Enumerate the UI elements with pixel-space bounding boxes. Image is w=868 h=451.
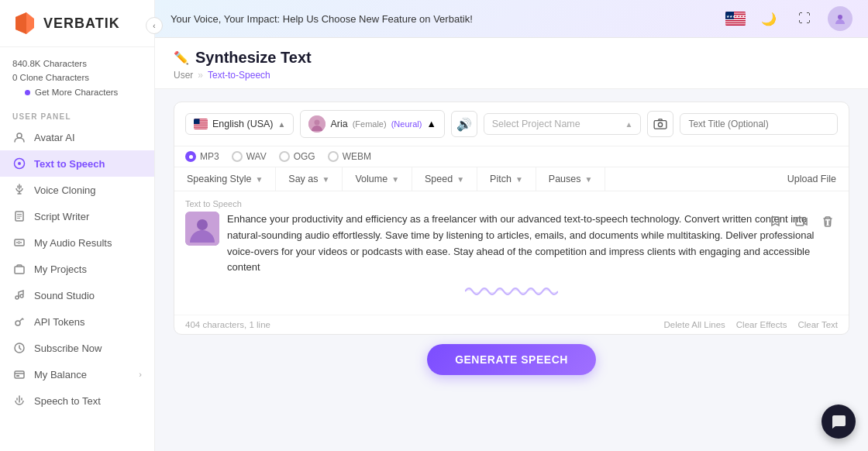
- sidebar-item-label: API Tokens: [34, 316, 85, 328]
- svg-rect-43: [194, 126, 208, 127]
- project-select[interactable]: Select Project Name ▲: [484, 113, 642, 135]
- sidebar-nav: Avatar AI Text to Speech Voice Cloning: [0, 124, 154, 451]
- banner-actions: ★★★★★★★★★ 🌙 ⛶: [725, 6, 852, 31]
- volume-button[interactable]: 🔊: [451, 111, 477, 137]
- voice-avatar: [308, 115, 326, 133]
- app-name: VERBATIK: [43, 15, 120, 32]
- volume-tab[interactable]: Volume ▼: [343, 167, 412, 191]
- webm-radio: [328, 151, 339, 162]
- content-area: English (USA) ▲ Aria (Female) (Neural): [155, 89, 868, 451]
- svg-point-47: [315, 120, 320, 126]
- sidebar-item-subscribe[interactable]: Subscribe Now: [0, 335, 154, 361]
- sidebar-item-label: Voice Cloning: [34, 184, 96, 196]
- title-input[interactable]: [680, 113, 838, 135]
- delete-all-lines[interactable]: Delete All Lines: [664, 320, 725, 329]
- text-bookmark-icon[interactable]: [765, 212, 785, 232]
- pitch-tab[interactable]: Pitch ▼: [477, 167, 536, 191]
- clear-effects[interactable]: Clear Effects: [736, 320, 787, 329]
- sidebar-item-speech-to-text[interactable]: Speech to Text: [0, 387, 154, 414]
- sidebar-item-projects[interactable]: My Projects: [0, 256, 154, 282]
- sidebar-item-audio-results[interactable]: My Audio Results: [0, 229, 154, 256]
- balance-chevron: ›: [139, 370, 142, 379]
- api-tokens-icon: [12, 315, 26, 329]
- user-avatar-button[interactable]: [828, 6, 852, 31]
- generate-speech-button[interactable]: GENERATE SPEECH: [427, 344, 596, 375]
- char-count: 404 characters, 1 line: [185, 320, 270, 329]
- language-chevron: ▲: [278, 120, 286, 129]
- voice-neural-tag: (Neural): [391, 119, 422, 129]
- format-mp3[interactable]: MP3: [185, 151, 219, 162]
- mp3-radio: [185, 151, 196, 162]
- text-icons: [765, 212, 838, 232]
- page-header: ✏️ Synthesize Text User » Text-to-Speech: [155, 38, 868, 89]
- sidebar-item-script-writer[interactable]: Script Writer: [0, 203, 154, 229]
- sidebar-item-api-tokens[interactable]: API Tokens: [0, 308, 154, 335]
- balance-icon: [12, 367, 26, 381]
- say-as-tab[interactable]: Say as ▼: [276, 167, 343, 191]
- upload-file-tab[interactable]: Upload File: [605, 167, 849, 191]
- svg-marker-1: [16, 12, 26, 34]
- svg-rect-20: [16, 375, 19, 377]
- sidebar: VERBATIK 840.8K Characters 0 Clone Chara…: [0, 0, 155, 451]
- sidebar-item-balance[interactable]: My Balance ›: [0, 361, 154, 387]
- sidebar-item-label: My Balance: [34, 369, 87, 380]
- sidebar-item-label: Speech to Text: [34, 395, 101, 407]
- sidebar-item-label: My Audio Results: [34, 237, 112, 249]
- svg-rect-52: [796, 218, 804, 226]
- sidebar-item-voice-cloning[interactable]: Voice Cloning: [0, 177, 154, 203]
- wave-area: [185, 276, 838, 307]
- footer-actions: Delete All Lines Clear Effects Clear Tex…: [664, 320, 838, 329]
- svg-point-15: [20, 294, 23, 298]
- svg-rect-44: [194, 128, 208, 129]
- language-select[interactable]: English (USA) ▲: [185, 113, 294, 135]
- sidebar-stats: 840.8K Characters 0 Clone Characters Get…: [0, 47, 154, 105]
- us-flag-icon[interactable]: ★★★★★★★★★: [725, 12, 746, 26]
- sidebar-item-label: Subscribe Now: [34, 343, 102, 354]
- sidebar-collapse-button[interactable]: ‹: [146, 17, 163, 34]
- breadcrumb-user: User: [174, 70, 193, 81]
- sidebar-item-label: Avatar AI: [34, 132, 75, 143]
- wav-radio: [232, 151, 243, 162]
- fullscreen-toggle[interactable]: ⛶: [792, 6, 817, 31]
- verbatik-logo-icon: [12, 11, 37, 36]
- volume-chevron: ▼: [391, 175, 399, 184]
- format-ogg[interactable]: OGG: [279, 151, 315, 162]
- speaking-style-chevron: ▼: [255, 175, 263, 184]
- text-video-icon[interactable]: [791, 212, 811, 232]
- format-row: MP3 WAV OGG WEBM: [174, 146, 849, 167]
- top-banner: Your Voice, Your Impact: Help Us Choose …: [155, 0, 868, 38]
- text-area-row: Enhance your productivity and efficiency…: [185, 212, 838, 276]
- sidebar-item-text-to-speech[interactable]: Text to Speech: [0, 150, 154, 177]
- camera-button[interactable]: [647, 111, 673, 137]
- synthesize-card: English (USA) ▲ Aria (Female) (Neural): [174, 102, 849, 335]
- sidebar-item-sound-studio[interactable]: Sound Studio: [0, 282, 154, 308]
- script-writer-icon: [12, 209, 26, 223]
- pauses-tab[interactable]: Pauses ▼: [536, 167, 606, 191]
- svg-point-2: [17, 133, 22, 138]
- sound-studio-icon: [12, 288, 26, 302]
- format-wav[interactable]: WAV: [232, 151, 267, 162]
- text-content[interactable]: Enhance your productivity and efficiency…: [227, 212, 838, 276]
- svg-rect-18: [15, 371, 24, 378]
- speaking-style-tab[interactable]: Speaking Style ▼: [174, 167, 276, 191]
- sidebar-item-label: My Projects: [34, 263, 87, 275]
- speed-tab[interactable]: Speed ▼: [412, 167, 477, 191]
- svg-rect-33: [725, 23, 746, 24]
- text-content-wrap: Enhance your productivity and efficiency…: [227, 212, 838, 276]
- svg-rect-45: [194, 119, 200, 124]
- format-webm[interactable]: WEBM: [328, 151, 371, 162]
- clear-text[interactable]: Clear Text: [797, 320, 838, 329]
- voice-select[interactable]: Aria (Female) (Neural) ▲: [300, 110, 444, 138]
- avatar-ai-icon: [12, 130, 26, 144]
- text-delete-icon[interactable]: [818, 212, 838, 232]
- chat-button[interactable]: [822, 405, 856, 439]
- say-as-chevron: ▼: [322, 175, 330, 184]
- dark-mode-toggle[interactable]: 🌙: [756, 6, 781, 31]
- sidebar-item-avatar-ai[interactable]: Avatar AI: [0, 124, 154, 150]
- get-more-characters[interactable]: Get More Characters: [12, 84, 142, 100]
- svg-point-16: [16, 321, 20, 325]
- project-chevron: ▲: [625, 120, 632, 129]
- breadcrumb-current[interactable]: Text-to-Speech: [208, 70, 270, 81]
- user-panel-label: USER PANEL: [0, 105, 154, 124]
- characters-stat: 840.8K Characters: [12, 57, 142, 71]
